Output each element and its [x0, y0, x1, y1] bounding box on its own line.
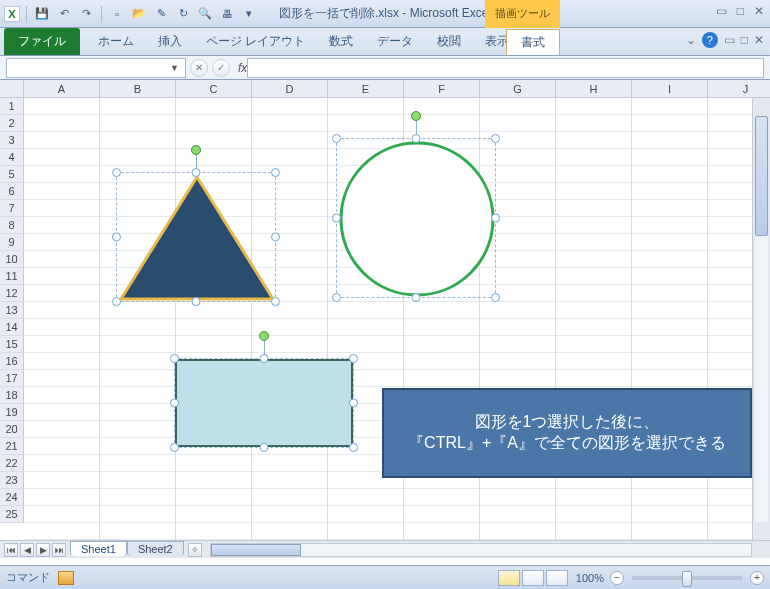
col-header[interactable]: E	[328, 80, 404, 98]
tab-insert[interactable]: 挿入	[146, 28, 194, 55]
zoom-in-icon[interactable]: +	[750, 571, 764, 585]
sheet-tab[interactable]: Sheet2	[127, 541, 184, 556]
doc-minimize-icon[interactable]: ▭	[724, 33, 735, 47]
save-icon[interactable]: 💾	[33, 5, 51, 23]
col-header[interactable]: C	[176, 80, 252, 98]
rotation-handle-icon[interactable]	[191, 145, 201, 155]
open-icon[interactable]: 📂	[130, 5, 148, 23]
row-header[interactable]: 18	[0, 387, 24, 404]
row-header[interactable]: 23	[0, 472, 24, 489]
tab-data[interactable]: データ	[365, 28, 425, 55]
shape-rectangle-selection[interactable]	[174, 358, 354, 448]
horizontal-scroll-thumb[interactable]	[211, 544, 301, 556]
row-header[interactable]: 12	[0, 285, 24, 302]
row-header[interactable]: 10	[0, 251, 24, 268]
normal-view-icon[interactable]	[498, 570, 520, 586]
enter-formula-icon[interactable]: ✓	[212, 59, 230, 77]
rotation-handle-icon[interactable]	[259, 331, 269, 341]
col-header[interactable]: I	[632, 80, 708, 98]
tab-home[interactable]: ホーム	[86, 28, 146, 55]
row-header[interactable]: 19	[0, 404, 24, 421]
zoom-slider[interactable]	[632, 576, 742, 580]
fx-label[interactable]: fx	[238, 61, 247, 75]
new-sheet-icon[interactable]: ✧	[188, 543, 202, 557]
doc-restore-icon[interactable]: □	[741, 33, 748, 47]
preview-icon[interactable]: 🔍	[196, 5, 214, 23]
formula-input[interactable]	[247, 58, 764, 78]
row-header[interactable]: 13	[0, 302, 24, 319]
horizontal-scrollbar[interactable]	[210, 543, 752, 557]
row-header[interactable]: 3	[0, 132, 24, 149]
tab-format[interactable]: 書式	[506, 29, 560, 55]
row-header[interactable]: 17	[0, 370, 24, 387]
shape-triangle-selection[interactable]	[116, 172, 276, 302]
name-box[interactable]: ▼	[6, 58, 186, 78]
triangle-shape[interactable]	[117, 173, 277, 303]
first-sheet-icon[interactable]: ⏮	[4, 543, 18, 557]
row-header[interactable]: 8	[0, 217, 24, 234]
zoom-out-icon[interactable]: −	[610, 571, 624, 585]
row-header[interactable]: 14	[0, 319, 24, 336]
col-header[interactable]: B	[100, 80, 176, 98]
vertical-scroll-thumb[interactable]	[755, 116, 768, 236]
row-header[interactable]: 5	[0, 166, 24, 183]
row-header[interactable]: 2	[0, 115, 24, 132]
undo-icon[interactable]: ↶	[55, 5, 73, 23]
tab-review[interactable]: 校閲	[425, 28, 473, 55]
row-header[interactable]: 25	[0, 506, 24, 523]
col-header[interactable]: H	[556, 80, 632, 98]
select-all-corner[interactable]	[0, 80, 24, 98]
maximize-icon[interactable]: □	[737, 4, 744, 18]
col-header[interactable]: D	[252, 80, 328, 98]
chevron-down-icon[interactable]: ▼	[170, 63, 179, 73]
minimize-icon[interactable]: ▭	[716, 4, 727, 18]
new-icon[interactable]: ▫	[108, 5, 126, 23]
paint-icon[interactable]: ✎	[152, 5, 170, 23]
row-header[interactable]: 24	[0, 489, 24, 506]
last-sheet-icon[interactable]: ⏭	[52, 543, 66, 557]
close-icon[interactable]: ✕	[754, 4, 764, 18]
tab-page-layout[interactable]: ページ レイアウト	[194, 28, 317, 55]
rotation-handle-icon[interactable]	[411, 111, 421, 121]
next-sheet-icon[interactable]: ▶	[36, 543, 50, 557]
row-header[interactable]: 1	[0, 98, 24, 115]
col-header[interactable]: A	[24, 80, 100, 98]
callout-box[interactable]: 図形を1つ選択した後に、 『CTRL』+『A』で全ての図形を選択できる	[382, 388, 752, 478]
row-header[interactable]: 9	[0, 234, 24, 251]
macro-record-icon[interactable]	[58, 571, 74, 585]
cancel-formula-icon[interactable]: ✕	[190, 59, 208, 77]
row-header[interactable]: 20	[0, 421, 24, 438]
print-icon[interactable]: 🖶	[218, 5, 236, 23]
row-header[interactable]: 21	[0, 438, 24, 455]
col-header[interactable]: G	[480, 80, 556, 98]
sheet-tab-active[interactable]: Sheet1	[70, 541, 127, 556]
row-headers: 1234567891011121314151617181920212223242…	[0, 98, 24, 523]
row-header[interactable]: 6	[0, 183, 24, 200]
redo-icon[interactable]: ↷	[77, 5, 95, 23]
cells-area[interactable]: 図形を1つ選択した後に、 『CTRL』+『A』で全ての図形を選択できる	[24, 98, 752, 540]
help-icon[interactable]: ?	[702, 32, 718, 48]
row-header[interactable]: 4	[0, 149, 24, 166]
row-header[interactable]: 22	[0, 455, 24, 472]
row-header[interactable]: 16	[0, 353, 24, 370]
row-header[interactable]: 11	[0, 268, 24, 285]
file-tab[interactable]: ファイル	[4, 28, 80, 55]
qat-customize-icon[interactable]: ▾	[240, 5, 258, 23]
row-header[interactable]: 7	[0, 200, 24, 217]
page-layout-view-icon[interactable]	[522, 570, 544, 586]
row-header[interactable]: 15	[0, 336, 24, 353]
vertical-scrollbar[interactable]	[752, 98, 770, 540]
excel-icon[interactable]: X	[4, 6, 20, 22]
prev-sheet-icon[interactable]: ◀	[20, 543, 34, 557]
circle-shape[interactable]	[337, 139, 497, 299]
repeat-icon[interactable]: ↻	[174, 5, 192, 23]
ribbon-minimize-icon[interactable]: ⌄	[686, 33, 696, 47]
col-header[interactable]: F	[404, 80, 480, 98]
rectangle-shape[interactable]	[175, 359, 353, 447]
doc-close-icon[interactable]: ✕	[754, 33, 764, 47]
tab-formulas[interactable]: 数式	[317, 28, 365, 55]
page-break-view-icon[interactable]	[546, 570, 568, 586]
zoom-level[interactable]: 100%	[576, 572, 604, 584]
col-header[interactable]: J	[708, 80, 770, 98]
shape-circle-selection[interactable]	[336, 138, 496, 298]
